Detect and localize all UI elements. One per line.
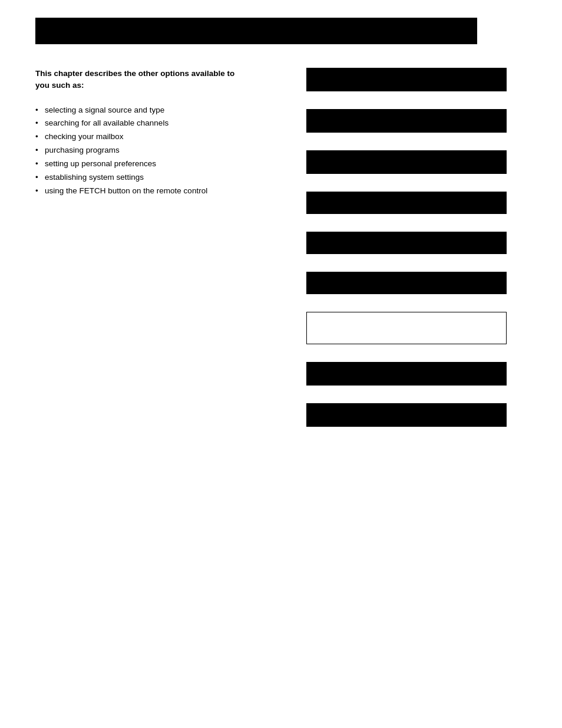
nav-block-9[interactable]	[306, 403, 507, 427]
intro-text: This chapter describes the other options…	[35, 68, 247, 92]
content-area: This chapter describes the other options…	[0, 68, 562, 444]
list-item: using the FETCH button on the remote con…	[35, 185, 283, 198]
list-item: searching for all available channels	[35, 117, 283, 130]
list-item: checking your mailbox	[35, 130, 283, 144]
nav-block-7[interactable]	[306, 312, 507, 344]
nav-block-4[interactable]	[306, 192, 507, 214]
nav-block-5[interactable]	[306, 232, 507, 254]
list-item: selecting a signal source and type	[35, 104, 283, 117]
list-item: purchasing programs	[35, 144, 283, 157]
list-item: setting up personal preferences	[35, 157, 283, 171]
nav-block-8[interactable]	[306, 362, 507, 386]
left-column: This chapter describes the other options…	[35, 68, 306, 444]
nav-block-6[interactable]	[306, 272, 507, 294]
nav-block-2[interactable]	[306, 109, 507, 133]
right-column	[306, 68, 538, 444]
nav-block-3[interactable]	[306, 150, 507, 174]
list-item: establishing system settings	[35, 171, 283, 185]
bullet-list: selecting a signal source and type searc…	[35, 104, 283, 199]
header-bar	[35, 18, 477, 44]
nav-block-1[interactable]	[306, 68, 507, 91]
page-container: This chapter describes the other options…	[0, 18, 562, 728]
